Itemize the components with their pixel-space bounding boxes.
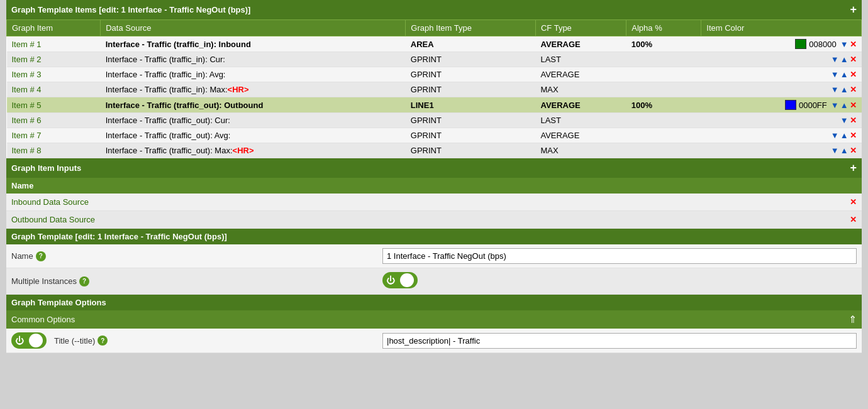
item-alpha-1: 100% bbox=[626, 36, 701, 52]
multiple-instances-help-icon[interactable]: ? bbox=[79, 276, 89, 286]
move-down-2[interactable]: ▼ bbox=[831, 55, 839, 64]
item-type-1: AREA bbox=[406, 36, 536, 52]
move-up-7[interactable]: ▲ bbox=[840, 131, 849, 140]
item-datasource-7: Interface - Traffic (traffic_out): Avg: bbox=[101, 128, 406, 143]
item-type-5: LINE1 bbox=[406, 97, 536, 113]
name-form-row: Name ? bbox=[6, 244, 862, 268]
item-color-3: ▼▲✕ bbox=[701, 67, 862, 82]
item-alpha-2 bbox=[626, 52, 701, 67]
move-down-4[interactable]: ▼ bbox=[831, 85, 839, 94]
item-id-6[interactable]: Item # 6 bbox=[12, 116, 42, 125]
name-help-icon[interactable]: ? bbox=[36, 251, 46, 261]
move-down-5[interactable]: ▼ bbox=[831, 101, 839, 110]
outbound-delete-button[interactable]: ✕ bbox=[850, 215, 857, 224]
item-alpha-8 bbox=[626, 143, 701, 158]
move-down-1[interactable]: ▼ bbox=[840, 40, 849, 49]
item-alpha-3 bbox=[626, 67, 701, 82]
move-down-3[interactable]: ▼ bbox=[831, 70, 839, 79]
delete-item-6[interactable]: ✕ bbox=[850, 116, 857, 125]
title-value-container bbox=[382, 333, 857, 349]
delete-item-1[interactable]: ✕ bbox=[850, 40, 857, 49]
graph-items-table: Graph Item Data Source Graph Item Type C… bbox=[6, 19, 862, 158]
item-type-6: GPRINT bbox=[406, 113, 536, 128]
inbound-delete-button[interactable]: ✕ bbox=[850, 197, 857, 207]
item-datasource-2: Interface - Traffic (traffic_in): Cur: bbox=[101, 52, 406, 67]
item-color-8: ▼▲✕ bbox=[701, 143, 862, 158]
toggle-power-icon: ⏻ bbox=[386, 275, 395, 285]
main-container: Graph Template Items [edit: 1 Interface … bbox=[6, 0, 862, 353]
item-id-5[interactable]: Item # 5 bbox=[12, 101, 42, 110]
col-graph-item: Graph Item bbox=[7, 20, 101, 36]
item-cf-5: AVERAGE bbox=[535, 97, 626, 113]
item-id-2[interactable]: Item # 2 bbox=[12, 55, 42, 64]
item-cf-2: LAST bbox=[535, 52, 626, 67]
graph-item-inputs-title: Graph Item Inputs bbox=[11, 163, 81, 173]
col-data-source: Data Source bbox=[101, 20, 406, 36]
name-label: Name ? bbox=[11, 251, 382, 261]
item-id-7[interactable]: Item # 7 bbox=[12, 131, 42, 140]
item-color-1: 008000▼✕ bbox=[701, 36, 862, 52]
graph-template-items-title: Graph Template Items [edit: 1 Interface … bbox=[11, 5, 250, 14]
item-cf-3: AVERAGE bbox=[535, 67, 626, 82]
col-cf-type: CF Type bbox=[535, 20, 626, 36]
common-options-expand-icon[interactable]: ⇑ bbox=[849, 314, 857, 325]
add-input-button[interactable]: + bbox=[850, 161, 857, 175]
item-color-5: 0000FF▼▲✕ bbox=[701, 97, 862, 113]
item-type-8: GPRINT bbox=[406, 143, 536, 158]
move-up-4[interactable]: ▲ bbox=[840, 85, 849, 94]
delete-item-3[interactable]: ✕ bbox=[850, 70, 857, 79]
multiple-instances-toggle[interactable]: ⏻ bbox=[382, 272, 418, 288]
name-input[interactable] bbox=[382, 248, 857, 264]
item-color-7: ▼▲✕ bbox=[701, 128, 862, 143]
common-options-header: Common Options ⇑ bbox=[6, 310, 862, 329]
item-color-2: ▼▲✕ bbox=[701, 52, 862, 67]
item-id-8[interactable]: Item # 8 bbox=[12, 146, 42, 155]
title-toggle[interactable]: ⏻ bbox=[11, 332, 47, 349]
move-down-6[interactable]: ▼ bbox=[840, 116, 849, 125]
title-form-row: ⏻ Title (--title) ? bbox=[6, 329, 862, 353]
item-cf-8: MAX bbox=[535, 143, 626, 158]
color-text-5: 0000FF bbox=[799, 101, 827, 110]
item-datasource-8: Interface - Traffic (traffic_out): Max:<… bbox=[101, 143, 406, 158]
delete-item-4[interactable]: ✕ bbox=[850, 85, 857, 94]
item-type-3: GPRINT bbox=[406, 67, 536, 82]
move-up-8[interactable]: ▲ bbox=[840, 146, 849, 155]
item-id-4[interactable]: Item # 4 bbox=[12, 85, 42, 94]
color-swatch-5[interactable] bbox=[785, 100, 796, 110]
outbound-data-source-row: Outbound Data Source ✕ bbox=[6, 211, 862, 229]
color-swatch-1[interactable] bbox=[795, 39, 806, 49]
item-type-7: GPRINT bbox=[406, 128, 536, 143]
delete-item-5[interactable]: ✕ bbox=[850, 101, 857, 110]
graph-template-items-header: Graph Template Items [edit: 1 Interface … bbox=[6, 0, 862, 19]
graph-template-section-title: Graph Template [edit: 1 Interface - Traf… bbox=[11, 232, 227, 241]
delete-item-7[interactable]: ✕ bbox=[850, 131, 857, 140]
name-column-header: Name bbox=[6, 178, 862, 194]
multiple-instances-label: Multiple Instances ? bbox=[11, 276, 382, 286]
item-id-3[interactable]: Item # 3 bbox=[12, 70, 42, 79]
item-datasource-4: Interface - Traffic (traffic_in): Max:<H… bbox=[101, 82, 406, 97]
graph-template-section-header: Graph Template [edit: 1 Interface - Traf… bbox=[6, 229, 862, 244]
title-help-icon[interactable]: ? bbox=[97, 335, 108, 346]
delete-item-8[interactable]: ✕ bbox=[850, 146, 857, 155]
hr-tag-4: <HR> bbox=[228, 85, 249, 94]
move-up-3[interactable]: ▲ bbox=[840, 70, 849, 79]
item-alpha-7 bbox=[626, 128, 701, 143]
inbound-data-source-label[interactable]: Inbound Data Source bbox=[11, 197, 89, 207]
common-options-title: Common Options bbox=[11, 315, 75, 324]
item-cf-1: AVERAGE bbox=[535, 36, 626, 52]
item-id-1[interactable]: Item # 1 bbox=[12, 40, 42, 49]
delete-item-2[interactable]: ✕ bbox=[850, 55, 857, 64]
graph-template-options-title: Graph Template Options bbox=[11, 298, 106, 307]
title-input[interactable] bbox=[382, 333, 857, 349]
move-up-5[interactable]: ▲ bbox=[840, 101, 849, 110]
outbound-data-source-label[interactable]: Outbound Data Source bbox=[11, 215, 95, 224]
color-text-1: 008000 bbox=[809, 40, 836, 49]
move-down-7[interactable]: ▼ bbox=[831, 131, 839, 140]
name-value-container bbox=[382, 248, 857, 264]
add-graph-item-button[interactable]: + bbox=[850, 3, 857, 16]
item-cf-7: AVERAGE bbox=[535, 128, 626, 143]
move-up-2[interactable]: ▲ bbox=[840, 55, 849, 64]
item-cf-6: LAST bbox=[535, 113, 626, 128]
move-down-8[interactable]: ▼ bbox=[831, 146, 839, 155]
col-alpha: Alpha % bbox=[626, 20, 701, 36]
